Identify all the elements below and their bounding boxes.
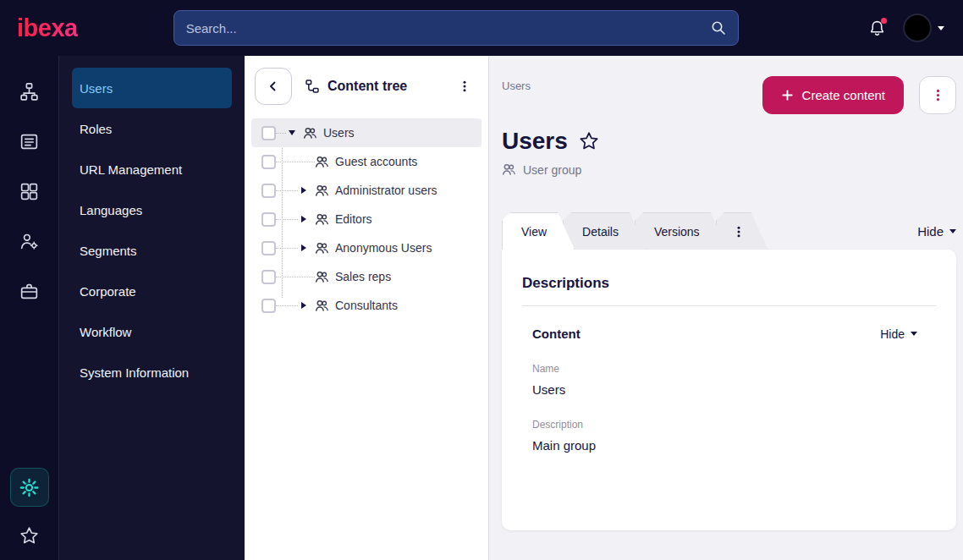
sidebar-item-label: Roles: [80, 122, 112, 136]
expand-caret-icon[interactable]: [298, 244, 309, 251]
blocks-icon: [19, 181, 40, 202]
expand-caret-icon[interactable]: [298, 216, 309, 222]
expand-caret-icon[interactable]: [298, 302, 309, 309]
tree-checkbox[interactable]: [261, 270, 276, 284]
tree-node-administrator-users[interactable]: Administrator users: [251, 176, 482, 205]
tab-bar: View Details Versions Hide: [502, 212, 956, 250]
nav-bookmarks[interactable]: [19, 525, 40, 546]
tree-node-consultants[interactable]: Consultants: [251, 291, 482, 320]
tree-connector: [276, 133, 286, 134]
briefcase-icon: [19, 281, 40, 302]
nav-blocks[interactable]: [19, 181, 40, 202]
star-outline-icon: [578, 130, 600, 152]
nav-audience[interactable]: [19, 231, 40, 252]
chevron-down-icon[interactable]: [938, 26, 944, 30]
view-card: Descriptions Content Hide Name Users: [502, 250, 956, 530]
tree-checkbox[interactable]: [261, 299, 276, 313]
tab-versions[interactable]: Versions: [635, 212, 728, 250]
sidebar-item-languages[interactable]: Languages: [72, 189, 232, 230]
sidebar-item-label: Corporate: [80, 284, 136, 299]
user-group-icon: [315, 184, 329, 198]
tree-node-label: Administrator users: [335, 184, 437, 197]
ibexa-logo[interactable]: ibexa: [17, 14, 78, 42]
descriptions-heading: Descriptions: [522, 272, 936, 305]
nav-corporate[interactable]: [19, 281, 40, 302]
favorite-toggle[interactable]: [578, 130, 600, 152]
sidebar-item-url-management[interactable]: URL Management: [72, 149, 232, 189]
notifications-button[interactable]: [868, 19, 886, 37]
nav-content-list[interactable]: [19, 131, 40, 152]
sidebar-item-label: System Information: [80, 365, 189, 380]
settings-gear-icon: [19, 477, 40, 498]
app-window: ibexa: [0, 0, 963, 560]
sidebar-item-segments[interactable]: Segments: [72, 230, 232, 271]
user-group-icon: [303, 126, 317, 140]
sidebar-item-label: URL Management: [80, 162, 182, 177]
content-tree-header: Content tree: [245, 56, 488, 112]
chevron-left-icon: [267, 80, 280, 93]
expand-caret-icon[interactable]: [298, 187, 309, 194]
context-menu-button[interactable]: [919, 76, 956, 114]
tree-options-button[interactable]: [453, 74, 476, 98]
collapse-caret-icon[interactable]: [286, 130, 297, 135]
hide-section-toggle[interactable]: Hide: [880, 327, 917, 341]
sidebar-item-workflow[interactable]: Workflow: [72, 311, 232, 352]
tree-node-label: Guest accounts: [335, 155, 417, 168]
tree-node-label: Users: [323, 126, 355, 140]
icon-rail-bottom: [10, 468, 49, 546]
sidebar-item-label: Workflow: [80, 325, 131, 339]
page-title: Users: [502, 128, 568, 155]
content-section: Content Hide Name Users Description Main…: [522, 306, 936, 453]
sidebar-item-roles[interactable]: Roles: [72, 108, 232, 149]
sitemap-icon: [19, 81, 40, 102]
tree-connector: [276, 162, 315, 162]
tree-checkbox[interactable]: [261, 184, 276, 198]
nav-content-structure[interactable]: [19, 81, 40, 102]
hide-panel-toggle[interactable]: Hide: [917, 224, 956, 250]
search-input[interactable]: [186, 21, 711, 36]
tree-checkbox[interactable]: [261, 155, 276, 169]
tree-checkbox[interactable]: [261, 126, 276, 140]
tree-node-sales-reps[interactable]: Sales reps: [251, 262, 482, 291]
create-content-button[interactable]: Create content: [762, 76, 904, 114]
tree-node-anonymous-users[interactable]: Anonymous Users: [251, 233, 482, 262]
tree-checkbox[interactable]: [261, 241, 276, 255]
tree-node-editors[interactable]: Editors: [251, 205, 482, 233]
avatar[interactable]: [903, 14, 932, 42]
tree-connector: [276, 219, 298, 220]
top-bar: ibexa: [0, 0, 963, 56]
content-type-badge: User group: [502, 162, 956, 177]
sidebar-item-system-information[interactable]: System Information: [72, 352, 232, 393]
topbar-actions: [868, 14, 944, 42]
tab-details[interactable]: Details: [563, 212, 647, 250]
user-menu[interactable]: [903, 14, 944, 42]
sidebar-item-corporate[interactable]: Corporate: [72, 271, 232, 311]
tree-connector: [276, 190, 298, 191]
field-value: Users: [532, 382, 917, 397]
kebab-icon: [931, 88, 945, 102]
star-icon: [19, 525, 40, 546]
sidebar-item-label: Languages: [80, 203, 142, 217]
tree-checkbox[interactable]: [261, 212, 276, 227]
kebab-icon: [458, 80, 471, 93]
tab-view[interactable]: View: [502, 212, 575, 250]
caret-down-icon: [949, 229, 956, 233]
main-header: Users Create content: [502, 76, 956, 114]
field-description: Description Main group: [532, 419, 917, 453]
field-value: Main group: [532, 438, 917, 453]
global-search[interactable]: [173, 10, 739, 46]
tree-node-guest-accounts[interactable]: Guest accounts: [251, 147, 482, 176]
content-tree-title: Content tree: [305, 79, 407, 94]
collapse-tree-button[interactable]: [255, 68, 292, 105]
section-title: Content: [532, 327, 581, 341]
sidebar-item-users[interactable]: Users: [72, 68, 232, 108]
tree-node-label: Anonymous Users: [335, 241, 432, 255]
search-icon[interactable]: [711, 20, 726, 36]
kebab-icon: [732, 225, 746, 239]
tree-node-users[interactable]: Users: [251, 118, 482, 147]
tree-icon: [305, 79, 320, 94]
tree-connector: [276, 248, 298, 249]
tree-node-label: Sales reps: [335, 270, 391, 283]
main-content: Users Create content Users User group: [489, 56, 963, 560]
nav-settings[interactable]: [10, 468, 49, 507]
